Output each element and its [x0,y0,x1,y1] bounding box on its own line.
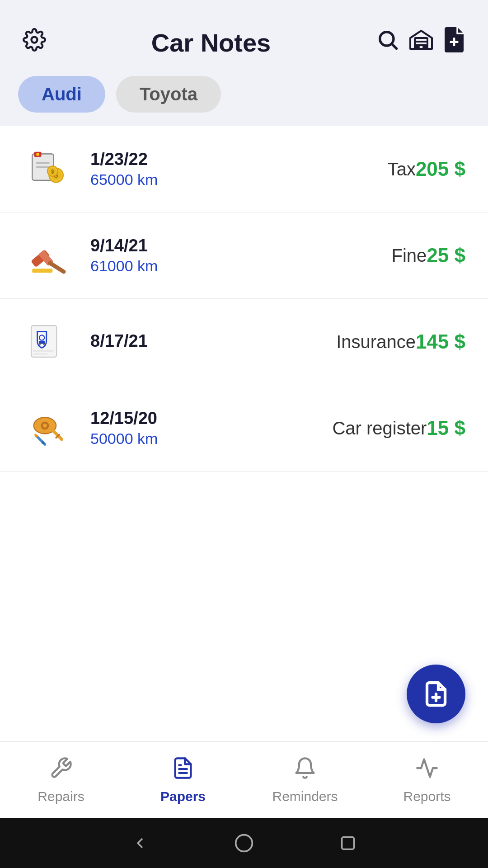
nav-repairs[interactable]: Repairs [0,742,122,818]
svg-line-38 [56,436,58,439]
svg-point-15 [36,153,39,156]
android-nav-bar [0,818,488,868]
papers-list: $ $ 1/23/22 65000 km Tax 205 $ [0,126,488,741]
svg-point-29 [39,343,41,345]
back-button[interactable] [129,832,151,854]
item-name: Insurance [336,332,416,352]
add-paper-fab[interactable] [407,665,465,723]
bottom-nav: Repairs Papers Reminders [0,741,488,818]
svg-line-41 [35,434,38,437]
item-info: 8/17/21 [90,331,323,353]
tab-audi[interactable]: Audi [18,76,105,113]
svg-line-2 [392,44,396,48]
item-km: 61000 km [90,257,378,275]
header: Car Notes [0,0,488,71]
tax-icon: $ $ [23,144,72,194]
svg-point-0 [32,37,38,43]
item-date: 9/14/21 [90,236,378,255]
svg-point-30 [43,343,45,345]
item-amount: 25 $ [427,244,465,267]
wrench-icon [49,756,73,785]
add-document-icon[interactable] [443,27,465,58]
item-date: 1/23/22 [90,150,374,169]
papers-label: Papers [160,789,206,804]
svg-point-35 [43,424,47,428]
reports-label: Reports [403,789,450,804]
item-name: Tax [388,159,416,179]
item-km: 50000 km [90,430,319,448]
reminders-label: Reminders [272,789,338,804]
item-info: 9/14/21 61000 km [90,236,378,275]
svg-rect-47 [342,837,354,849]
item-info: 1/23/22 65000 km [90,150,374,189]
settings-icon[interactable] [23,28,46,57]
repairs-label: Repairs [38,789,84,804]
reports-icon [415,756,439,785]
tab-toyota[interactable]: Toyota [116,76,221,113]
list-item[interactable]: 8/17/21 Insurance 145 $ [0,299,488,385]
item-name: Fine [392,245,427,266]
item-km: 65000 km [90,171,374,189]
car-tabs: Audi Toyota [0,71,488,126]
papers-icon [171,756,195,785]
svg-line-36 [52,430,61,439]
item-date: 8/17/21 [90,331,323,351]
recents-button[interactable] [337,832,359,854]
item-amount: 15 $ [427,417,465,439]
nav-reports[interactable]: Reports [366,742,488,818]
svg-rect-25 [32,269,52,273]
svg-point-46 [236,835,253,852]
content-wrapper: $ $ 1/23/22 65000 km Tax 205 $ [0,126,488,741]
nav-papers[interactable]: Papers [122,742,244,818]
search-icon[interactable] [376,28,399,57]
fine-icon [23,231,72,280]
svg-point-6 [416,46,419,48]
svg-text:$: $ [51,169,54,175]
item-name: Car register [332,418,427,439]
page-title: Car Notes [51,28,371,57]
list-item[interactable]: 12/15/20 50000 km Car register 15 $ [0,385,488,472]
bell-icon [293,756,317,785]
list-item[interactable]: 9/14/21 61000 km Fine 25 $ [0,212,488,299]
insurance-icon [23,317,72,367]
svg-point-7 [423,46,426,48]
nav-reminders[interactable]: Reminders [244,742,366,818]
item-amount: 205 $ [416,158,465,180]
register-icon [23,403,72,453]
home-button[interactable] [233,832,255,854]
garage-icon[interactable] [408,28,434,57]
item-info: 12/15/20 50000 km [90,409,319,448]
list-item[interactable]: $ $ 1/23/22 65000 km Tax 205 $ [0,126,488,212]
item-date: 12/15/20 [90,409,319,428]
item-amount: 145 $ [416,330,465,353]
